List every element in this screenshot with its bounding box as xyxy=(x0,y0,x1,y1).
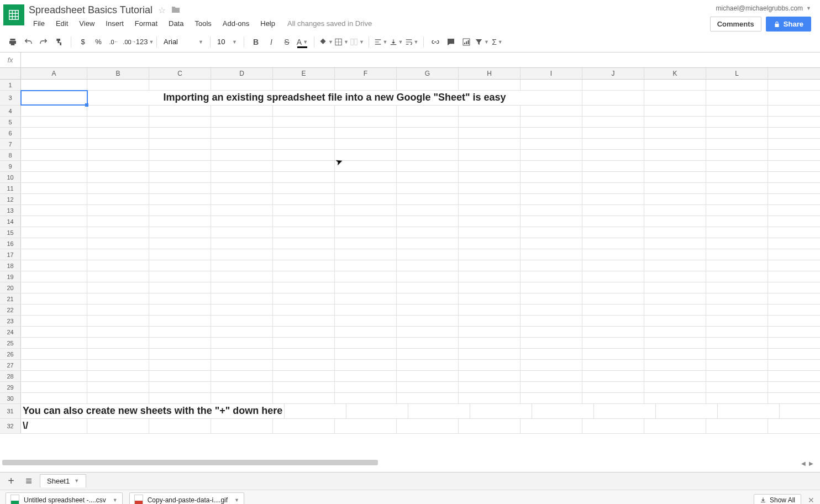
cell[interactable] xyxy=(644,260,706,271)
cell[interactable] xyxy=(706,271,768,282)
cell[interactable] xyxy=(706,327,768,337)
cell[interactable] xyxy=(335,150,397,160)
row-header-13[interactable]: 13 xyxy=(0,205,21,216)
row-header-22[interactable]: 22 xyxy=(0,305,21,315)
cell[interactable] xyxy=(211,260,273,271)
cell[interactable] xyxy=(273,327,335,337)
show-all-downloads-button[interactable]: Show All xyxy=(754,494,801,505)
cell[interactable] xyxy=(582,382,644,392)
menu-format[interactable]: Format xyxy=(130,18,162,29)
row-header-29[interactable]: 29 xyxy=(0,382,21,392)
cell[interactable] xyxy=(582,80,644,90)
cell[interactable] xyxy=(211,349,273,359)
cell[interactable] xyxy=(21,271,87,282)
cell[interactable] xyxy=(149,382,211,392)
fill-color-button[interactable]: ▼ xyxy=(319,35,333,49)
menu-file[interactable]: File xyxy=(29,18,49,29)
cell[interactable] xyxy=(273,183,335,193)
currency-format-button[interactable]: $ xyxy=(76,35,90,49)
cell[interactable] xyxy=(335,161,397,171)
cell[interactable] xyxy=(397,106,459,116)
cell[interactable] xyxy=(211,271,273,282)
menu-view[interactable]: View xyxy=(75,18,99,29)
cell[interactable] xyxy=(459,216,521,227)
cell[interactable] xyxy=(706,205,768,216)
cell[interactable] xyxy=(644,80,706,90)
cell[interactable] xyxy=(21,316,87,326)
cell[interactable] xyxy=(87,238,149,249)
cell[interactable] xyxy=(211,327,273,337)
cell[interactable] xyxy=(87,349,149,359)
cell[interactable] xyxy=(521,216,582,227)
cell[interactable] xyxy=(87,150,149,160)
menu-insert[interactable]: Insert xyxy=(101,18,128,29)
cell[interactable] xyxy=(149,216,211,227)
cell[interactable] xyxy=(644,382,706,392)
cell-a3[interactable] xyxy=(21,91,87,105)
cell[interactable] xyxy=(718,404,780,418)
percent-format-button[interactable]: % xyxy=(91,35,106,49)
strikethrough-button[interactable]: S xyxy=(280,35,294,49)
cell[interactable] xyxy=(149,419,211,433)
row-header-4[interactable]: 4 xyxy=(0,106,21,116)
cell[interactable] xyxy=(273,238,335,249)
h-align-button[interactable]: ▼ xyxy=(374,35,388,49)
sheets-logo[interactable] xyxy=(3,4,24,25)
cell[interactable] xyxy=(87,338,149,348)
cell[interactable] xyxy=(21,117,87,127)
cell[interactable] xyxy=(706,128,768,138)
cell[interactable] xyxy=(521,161,582,171)
cell[interactable] xyxy=(397,205,459,216)
text-color-button[interactable]: A▼ xyxy=(295,35,309,49)
cell[interactable] xyxy=(149,194,211,204)
cell[interactable] xyxy=(397,238,459,249)
cell[interactable] xyxy=(87,183,149,193)
cell[interactable] xyxy=(87,117,149,127)
cell[interactable] xyxy=(211,106,273,116)
font-select[interactable]: Arial▼ xyxy=(161,36,206,47)
cell[interactable] xyxy=(644,282,706,293)
cell[interactable] xyxy=(397,419,459,433)
cell[interactable] xyxy=(644,161,706,171)
cell[interactable] xyxy=(706,382,768,392)
cell[interactable] xyxy=(211,316,273,326)
cell[interactable] xyxy=(87,128,149,138)
cell[interactable] xyxy=(21,227,87,238)
cell[interactable] xyxy=(149,128,211,138)
cell[interactable] xyxy=(459,106,521,116)
cell[interactable] xyxy=(21,80,87,90)
cell[interactable] xyxy=(582,227,644,238)
cell[interactable] xyxy=(644,371,706,381)
cell[interactable] xyxy=(211,305,273,315)
cell[interactable] xyxy=(644,128,706,138)
cell[interactable] xyxy=(397,271,459,282)
font-size-select[interactable]: 10▼ xyxy=(215,36,239,47)
cell[interactable] xyxy=(21,161,87,171)
cell[interactable] xyxy=(273,117,335,127)
cell[interactable] xyxy=(408,404,470,418)
row-header-9[interactable]: 9 xyxy=(0,161,21,171)
cell[interactable] xyxy=(335,419,397,433)
cell[interactable] xyxy=(706,316,768,326)
cell[interactable] xyxy=(211,360,273,370)
cell[interactable] xyxy=(644,216,706,227)
cell[interactable] xyxy=(459,150,521,160)
row-header-7[interactable]: 7 xyxy=(0,139,21,149)
cell[interactable] xyxy=(459,117,521,127)
row-header-5[interactable]: 5 xyxy=(0,117,21,127)
menu-help[interactable]: Help xyxy=(256,18,280,29)
cell[interactable] xyxy=(582,216,644,227)
user-email[interactable]: michael@michaelgrubbs.com ▼ xyxy=(716,4,812,12)
share-button[interactable]: Share xyxy=(766,17,811,32)
cell[interactable] xyxy=(211,150,273,160)
cell[interactable] xyxy=(582,139,644,149)
cell[interactable] xyxy=(335,316,397,326)
cell[interactable] xyxy=(87,293,149,304)
cell[interactable] xyxy=(149,80,211,90)
cell[interactable] xyxy=(335,271,397,282)
cell[interactable] xyxy=(397,117,459,127)
cell[interactable] xyxy=(521,393,582,403)
cell[interactable] xyxy=(87,106,149,116)
cell[interactable] xyxy=(87,227,149,238)
cell[interactable] xyxy=(87,371,149,381)
